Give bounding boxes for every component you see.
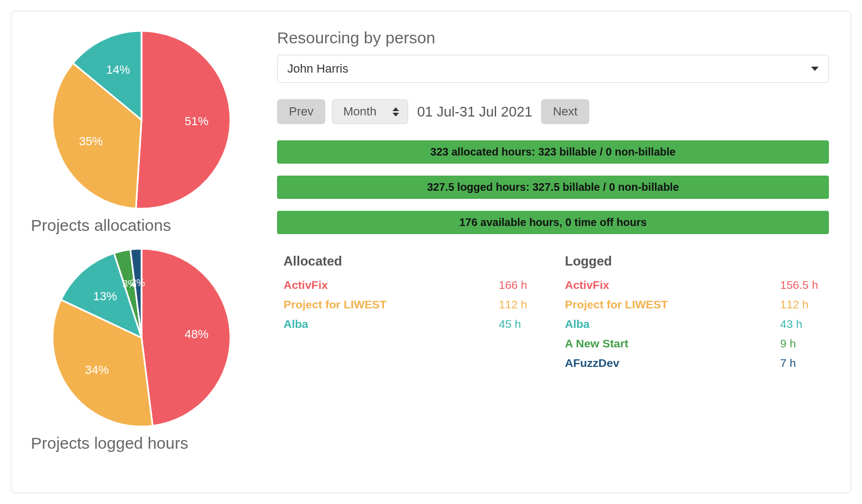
table-row: Alba43 h (558, 314, 829, 334)
period-select-value: Month (343, 105, 376, 119)
next-button[interactable]: Next (541, 99, 589, 124)
person-select-value: John Harris (287, 62, 348, 76)
project-name: ActivFix (284, 279, 499, 292)
charts-column: 51%35%14% Projects allocations 48%34%13%… (28, 28, 255, 476)
project-hours: 112 h (780, 298, 829, 311)
allocations-pie: 51%35%14% (49, 28, 234, 212)
allocations-chart-block: 51%35%14% Projects allocations (28, 28, 255, 235)
project-hours: 9 h (780, 337, 829, 350)
project-name: AFuzzDev (565, 357, 780, 370)
table-row: A New Start9 h (558, 334, 829, 353)
table-row: Project for LIWEST112 h (558, 295, 829, 314)
logged-summary-bar: 327.5 logged hours: 327.5 billable / 0 n… (277, 176, 829, 199)
logged-table: Logged ActivFix156.5 hProject for LIWEST… (558, 250, 829, 373)
page-title: Resourcing by person (277, 29, 829, 47)
project-name: Alba (565, 318, 780, 331)
date-nav: Prev Month 01 Jul-31 Jul 2021 Next (277, 99, 829, 124)
prev-button[interactable]: Prev (277, 99, 325, 124)
allocated-table-header: Allocated (277, 250, 548, 275)
caret-down-icon (811, 67, 819, 71)
logged-chart-title: Projects logged hours (28, 434, 188, 453)
project-name: Alba (284, 318, 499, 331)
sort-arrows-icon (393, 107, 399, 117)
logged-chart-block: 48%34%13%3%2% Projects logged hours (28, 245, 255, 453)
period-select[interactable]: Month (332, 99, 408, 124)
project-name: A New Start (565, 337, 780, 350)
project-hours: 156.5 h (780, 279, 829, 292)
project-hours: 43 h (780, 318, 829, 331)
project-hours: 166 h (499, 279, 548, 292)
logged-pie: 48%34%13%3%2% (49, 245, 234, 430)
table-row: ActivFix156.5 h (558, 275, 829, 295)
allocated-table: Allocated ActivFix166 hProject for LIWES… (277, 250, 548, 373)
project-hours: 112 h (499, 298, 548, 311)
table-row: ActivFix166 h (277, 275, 548, 295)
resourcing-panel: 51%35%14% Projects allocations 48%34%13%… (11, 11, 851, 493)
person-select[interactable]: John Harris (277, 55, 829, 83)
project-name: ActivFix (565, 279, 780, 292)
tables-row: Allocated ActivFix166 hProject for LIWES… (277, 250, 829, 373)
table-row: AFuzzDev7 h (558, 353, 829, 373)
project-hours: 45 h (499, 318, 548, 331)
table-row: Project for LIWEST112 h (277, 295, 548, 314)
date-range: 01 Jul-31 Jul 2021 (417, 104, 532, 120)
project-hours: 7 h (780, 357, 829, 370)
pie-slice (136, 31, 230, 209)
project-name: Project for LIWEST (284, 298, 499, 311)
logged-table-header: Logged (558, 250, 829, 275)
allocated-summary-bar: 323 allocated hours: 323 billable / 0 no… (277, 140, 829, 164)
allocations-chart-title: Projects allocations (28, 216, 171, 235)
table-row: Alba45 h (277, 314, 548, 334)
details-column: Resourcing by person John Harris Prev Mo… (277, 28, 829, 476)
pie-slice (141, 249, 230, 426)
available-summary-bar: 176 available hours, 0 time off hours (277, 211, 829, 234)
project-name: Project for LIWEST (565, 298, 780, 311)
